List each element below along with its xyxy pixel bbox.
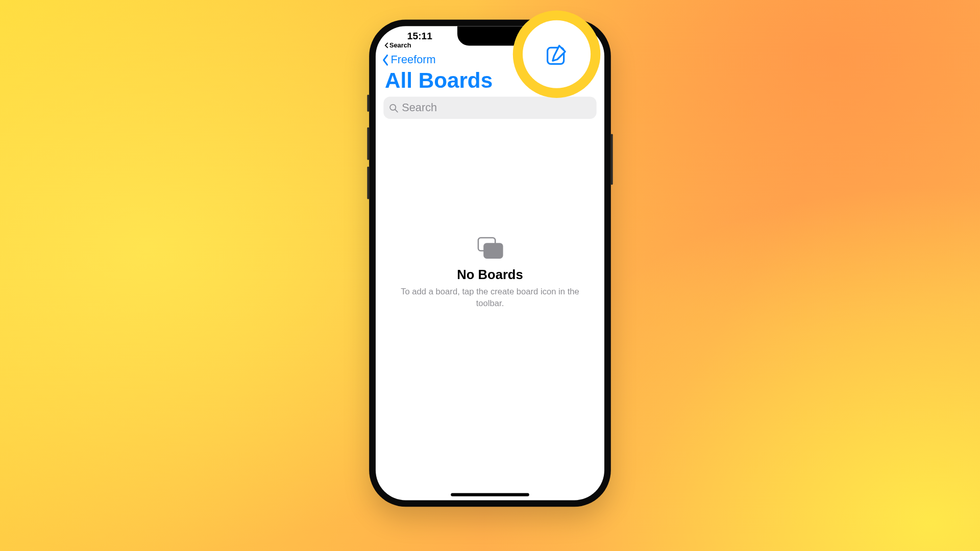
nav-back-label: Freeform bbox=[390, 54, 435, 67]
search-field[interactable] bbox=[383, 96, 596, 119]
empty-title: No Boards bbox=[391, 267, 589, 282]
empty-state: No Boards To add a board, tap the create… bbox=[376, 237, 604, 309]
search-icon bbox=[389, 103, 399, 113]
empty-subtitle: To add a board, tap the create board ico… bbox=[391, 286, 589, 309]
breadcrumb-back[interactable]: Search bbox=[384, 42, 411, 49]
boards-stack-icon bbox=[391, 237, 589, 258]
search-input[interactable] bbox=[402, 101, 591, 114]
status-time: 15:11 bbox=[376, 30, 457, 41]
svg-line-1 bbox=[395, 109, 398, 112]
home-indicator[interactable] bbox=[451, 493, 529, 496]
compose-icon bbox=[544, 41, 570, 67]
highlight-callout bbox=[513, 10, 601, 98]
nav-back-button[interactable]: Freeform bbox=[381, 54, 435, 67]
chevron-left-icon bbox=[381, 54, 390, 67]
create-board-button[interactable] bbox=[523, 20, 591, 88]
breadcrumb-back-label: Search bbox=[389, 42, 411, 49]
